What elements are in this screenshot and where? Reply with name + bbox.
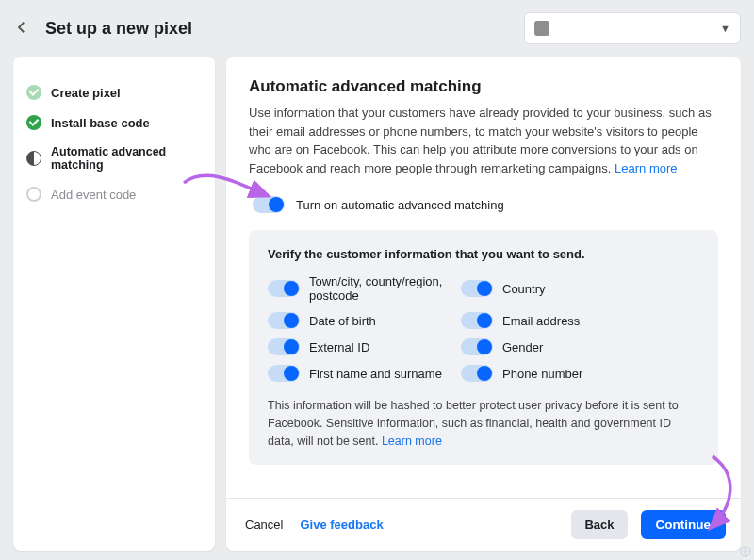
- back-chevron-icon[interactable]: [13, 19, 32, 39]
- toggle-first-last-name: First name and surname: [268, 365, 451, 382]
- toggle-label: Gender: [502, 340, 543, 354]
- toggle-gender: Gender: [461, 338, 645, 355]
- top-bar: Set up a new pixel ▼: [0, 0, 754, 57]
- toggle[interactable]: [268, 338, 300, 355]
- step-create-pixel[interactable]: Create pixel: [26, 77, 202, 107]
- toggle-dob: Date of birth: [268, 312, 451, 329]
- toggle[interactable]: [268, 280, 300, 297]
- account-swatch-icon: [534, 21, 549, 36]
- check-icon: [26, 115, 41, 130]
- step-add-event-code[interactable]: Add event code: [26, 179, 202, 209]
- toggle-email: Email address: [461, 312, 645, 329]
- step-label: Create pixel: [51, 86, 121, 100]
- check-icon: [26, 85, 41, 100]
- step-label: Add event code: [51, 188, 136, 202]
- verify-note-text: This information will be hashed to bette…: [268, 399, 679, 448]
- page-title: Set up a new pixel: [40, 19, 524, 39]
- toggle[interactable]: [461, 365, 493, 382]
- toggle-label: Town/city, county/region, postcode: [309, 274, 451, 303]
- toggle-label: Country: [502, 282, 546, 296]
- back-button[interactable]: Back: [571, 510, 627, 539]
- toggle-label: Email address: [502, 314, 580, 328]
- learn-more-link[interactable]: Learn more: [615, 161, 677, 175]
- step-install-base-code[interactable]: Install base code: [26, 107, 202, 138]
- toggle[interactable]: [461, 312, 493, 329]
- main-panel: Automatic advanced matching Use informat…: [226, 57, 741, 551]
- section-title: Automatic advanced matching: [249, 77, 718, 96]
- step-label: Install base code: [51, 116, 150, 130]
- sidebar: Create pixel Install base code Automatic…: [13, 57, 215, 551]
- verify-note: This information will be hashed to bette…: [268, 397, 699, 450]
- account-selector[interactable]: ▼: [524, 12, 741, 44]
- toggle-phone: Phone number: [461, 365, 645, 382]
- half-circle-icon: [26, 151, 41, 166]
- toggle-country: Country: [461, 274, 645, 303]
- toggle[interactable]: [461, 338, 493, 355]
- empty-circle-icon: [26, 187, 41, 202]
- continue-button[interactable]: Continue: [641, 510, 727, 539]
- toggle-label: First name and surname: [309, 367, 442, 381]
- toggle[interactable]: [461, 280, 493, 297]
- verify-title: Verify the customer information that you…: [268, 247, 699, 261]
- chevron-down-icon: ▼: [720, 23, 730, 34]
- give-feedback-link[interactable]: Give feedback: [300, 518, 383, 532]
- globe-icon: [739, 545, 752, 558]
- step-label: Automatic advanced matching: [51, 145, 202, 172]
- toggle-external-id: External ID: [268, 338, 451, 355]
- verify-learn-more-link[interactable]: Learn more: [382, 435, 442, 448]
- toggle-label: Date of birth: [309, 314, 376, 328]
- footer-bar: Cancel Give feedback Back Continue: [226, 498, 741, 551]
- toggle[interactable]: [268, 312, 300, 329]
- section-description: Use information that your customers have…: [249, 104, 718, 177]
- toggle[interactable]: [268, 365, 300, 382]
- cancel-button[interactable]: Cancel: [241, 510, 287, 539]
- master-toggle[interactable]: [253, 196, 285, 213]
- toggle-label: External ID: [309, 340, 369, 354]
- master-toggle-label: Turn on automatic advanced matching: [296, 198, 504, 212]
- toggle-label: Phone number: [502, 367, 582, 381]
- verify-card: Verify the customer information that you…: [249, 230, 718, 465]
- step-automatic-advanced-matching[interactable]: Automatic advanced matching: [26, 138, 202, 179]
- toggle-town-city: Town/city, county/region, postcode: [268, 274, 451, 303]
